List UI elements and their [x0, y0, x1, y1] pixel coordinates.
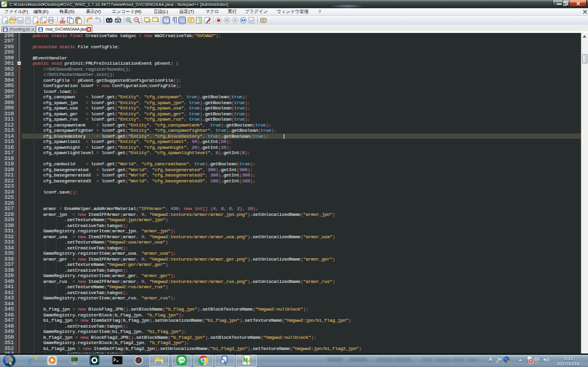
- svg-text:LINE: LINE: [178, 359, 184, 362]
